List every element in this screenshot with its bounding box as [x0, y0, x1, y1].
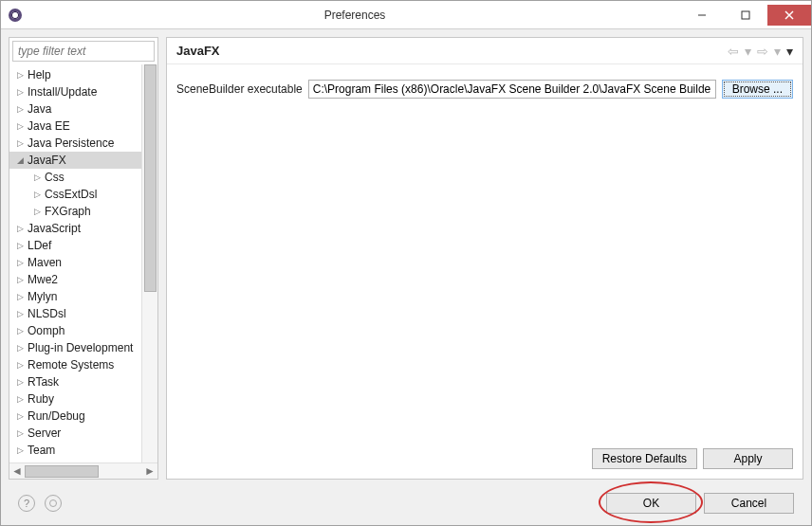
expand-icon[interactable]: ▷ — [13, 238, 28, 253]
tree-item[interactable]: ▷CssExtDsl — [9, 186, 141, 203]
expand-icon[interactable]: ▷ — [13, 101, 28, 117]
tree-item[interactable]: ▷NLSDsl — [9, 305, 141, 322]
tree-item[interactable]: ◢JavaFX — [9, 152, 141, 169]
tree-item-label: Java Persistence — [28, 136, 114, 151]
browse-button[interactable]: Browse ... — [722, 80, 793, 99]
titlebar: Preferences — [1, 1, 811, 29]
horizontal-scrollbar[interactable]: ◄ ► — [9, 463, 157, 479]
tree-item[interactable]: ▷Install/Update — [9, 83, 141, 100]
tree-item-label: JavaScript — [28, 221, 81, 236]
expand-icon[interactable]: ▷ — [13, 118, 28, 134]
tree-item-label: Css — [45, 170, 65, 185]
maximize-button[interactable] — [724, 5, 767, 26]
expand-icon[interactable]: ▷ — [13, 374, 28, 390]
tree-item-label: RTask — [28, 374, 59, 390]
expand-icon[interactable]: ▷ — [13, 426, 28, 441]
expand-icon[interactable]: ▷ — [13, 306, 28, 321]
tree-item-label: Ruby — [28, 391, 54, 407]
page-title: JavaFX — [176, 44, 728, 58]
tree-item-label: Install/Update — [28, 84, 97, 100]
scenebuilder-path-input[interactable] — [308, 80, 716, 99]
tree-item-label: Plug-in Development — [28, 340, 133, 355]
expand-icon[interactable]: ▷ — [13, 67, 28, 82]
tree-item[interactable]: ▷Maven — [9, 254, 141, 271]
view-menu-icon[interactable]: ▾ — [786, 45, 793, 58]
app-icon — [1, 9, 29, 22]
expand-icon[interactable]: ▷ — [13, 340, 28, 355]
back-menu-icon[interactable]: ▾ — [745, 45, 751, 58]
expand-icon[interactable]: ▷ — [30, 204, 45, 219]
apply-button[interactable]: Apply — [703, 448, 793, 469]
expand-icon[interactable]: ▷ — [13, 289, 28, 304]
expand-icon[interactable]: ▷ — [13, 443, 28, 458]
restore-defaults-button[interactable]: Restore Defaults — [592, 448, 697, 469]
tree-item[interactable]: ▷Java — [9, 100, 141, 118]
tree-item-label: LDef — [28, 238, 51, 253]
tree-item[interactable]: ▷Mwe2 — [9, 271, 141, 288]
collapse-icon[interactable]: ◢ — [13, 153, 28, 168]
expand-icon[interactable]: ▷ — [30, 187, 45, 202]
expand-icon[interactable]: ▷ — [13, 391, 28, 407]
tree-item-label: Remote Systems — [28, 357, 114, 372]
tree-item-label: FXGraph — [45, 204, 91, 219]
tree-item-label: Maven — [28, 255, 62, 270]
tree-item-label: Mylyn — [28, 289, 57, 304]
tree-item[interactable]: ▷Ruby — [9, 390, 141, 408]
expand-icon[interactable]: ▷ — [13, 255, 28, 270]
forward-menu-icon[interactable]: ▾ — [774, 45, 781, 58]
minimize-button[interactable] — [680, 5, 724, 26]
tree-item[interactable]: ▷Team — [9, 442, 141, 459]
expand-icon[interactable]: ▷ — [13, 221, 28, 236]
tree-item[interactable]: ▷Help — [9, 66, 141, 83]
expand-icon[interactable]: ▷ — [13, 408, 28, 424]
expand-icon[interactable]: ▷ — [13, 272, 28, 287]
svg-rect-1 — [742, 11, 749, 19]
scenebuilder-label: SceneBuilder executable — [176, 82, 303, 96]
tree-item-label: Java EE — [28, 118, 70, 134]
tree-item[interactable]: ▷Remote Systems — [9, 356, 141, 373]
ok-button[interactable]: OK — [606, 493, 696, 514]
tree-item[interactable]: ▷Java EE — [9, 118, 141, 135]
tree-item-label: Team — [28, 443, 55, 458]
tree-item[interactable]: ▷Run/Debug — [9, 408, 141, 425]
tree-item-label: JavaFX — [28, 153, 66, 168]
tree-item[interactable]: ▷Server — [9, 425, 141, 442]
tree-item[interactable]: ▷Mylyn — [9, 288, 141, 305]
tree-item-label: Mwe2 — [28, 272, 58, 287]
tree-item-label: Oomph — [28, 323, 65, 338]
tree-item[interactable]: ▷Oomph — [9, 322, 141, 339]
tree-item[interactable]: ▷FXGraph — [9, 203, 141, 220]
expand-icon[interactable]: ▷ — [13, 357, 28, 372]
cancel-button[interactable]: Cancel — [704, 493, 794, 514]
tree-item-label: Run/Debug — [28, 408, 85, 424]
oomph-record-icon[interactable] — [45, 495, 62, 512]
preferences-tree[interactable]: ▷Help▷Install/Update▷Java▷Java EE▷Java P… — [9, 64, 141, 463]
back-icon[interactable]: ⇦ — [728, 45, 739, 58]
tree-item[interactable]: ▷Java Persistence — [9, 135, 141, 152]
forward-icon[interactable]: ⇨ — [757, 45, 768, 58]
tree-item[interactable]: ▷Css — [9, 169, 141, 186]
tree-item-label: CssExtDsl — [45, 187, 97, 202]
window-title: Preferences — [29, 9, 680, 22]
expand-icon[interactable]: ▷ — [13, 323, 28, 338]
help-icon[interactable]: ? — [18, 495, 35, 512]
tree-item[interactable]: ▷LDef — [9, 237, 141, 254]
close-button[interactable] — [767, 5, 811, 26]
preferences-tree-panel: ▷Help▷Install/Update▷Java▷Java EE▷Java P… — [9, 37, 158, 480]
expand-icon[interactable]: ▷ — [30, 170, 45, 185]
tree-item-label: Server — [28, 426, 61, 441]
tree-item-label: Help — [28, 67, 51, 82]
expand-icon[interactable]: ▷ — [13, 84, 28, 100]
content-panel: JavaFX ⇦▾ ⇨▾ ▾ SceneBuilder executable B… — [166, 37, 803, 480]
vertical-scrollbar[interactable] — [141, 64, 157, 463]
filter-input[interactable] — [12, 41, 155, 62]
expand-icon[interactable]: ▷ — [13, 136, 28, 151]
tree-item[interactable]: ▷JavaScript — [9, 220, 141, 237]
tree-item-label: Java — [28, 101, 51, 117]
tree-item[interactable]: ▷Plug-in Development — [9, 339, 141, 356]
tree-item-label: NLSDsl — [28, 306, 66, 321]
tree-item[interactable]: ▷RTask — [9, 373, 141, 390]
